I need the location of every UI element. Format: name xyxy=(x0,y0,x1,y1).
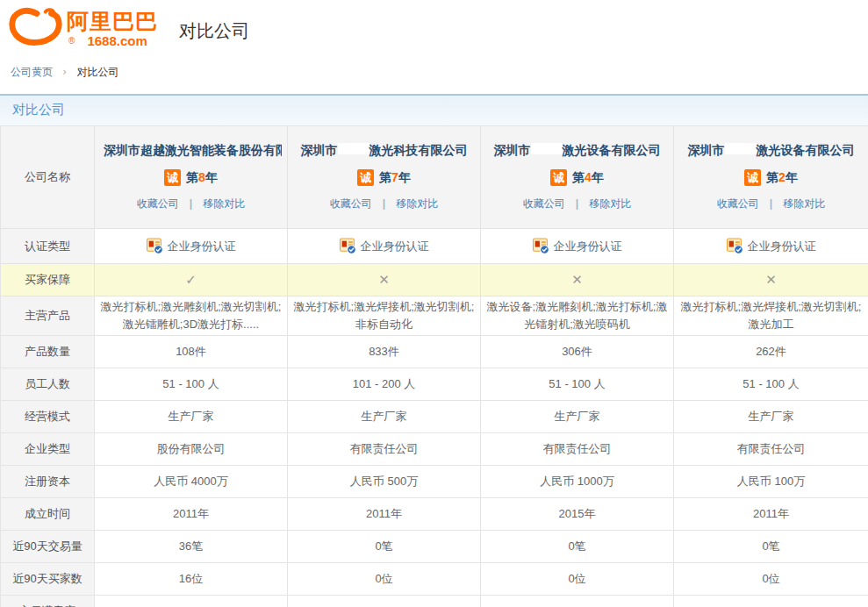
redaction-box xyxy=(725,143,757,154)
link-divider: | xyxy=(190,197,192,210)
section-title-bar: 对比公司 xyxy=(0,94,868,125)
row-label-company-name: 公司名称 xyxy=(1,126,95,229)
favorite-company-link[interactable]: 收藏公司 xyxy=(523,197,565,210)
remove-compare-link[interactable]: 移除对比 xyxy=(396,197,438,210)
link-divider: | xyxy=(383,197,385,210)
table-row-business-model: 经营模式 生产厂家 生产厂家 生产厂家 生产厂家 xyxy=(1,401,868,433)
table-row-registered-capital: 注册资本 人民币 4000万 人民币 500万 人民币 1000万 人民币 10… xyxy=(1,466,868,498)
company-header-cell: 深圳市激光科技有限公司 诚第7年 收藏公司|移除对比 xyxy=(288,126,481,229)
guarantee-cell: ✓ xyxy=(95,264,288,296)
company-type-cell: 有限责任公司 xyxy=(481,433,674,466)
satisfaction-rate-cell xyxy=(288,596,481,607)
company-header-cell: 深圳市激光设备有限公司 诚第2年 收藏公司|移除对比 xyxy=(674,126,868,229)
business-model-cell: 生产厂家 xyxy=(481,401,674,433)
product-count-cell: 306件 xyxy=(481,336,674,368)
main-products-cell: 激光设备;激光雕刻机;激光打标机;激光镭射机;激光喷码机 xyxy=(481,296,674,336)
remove-compare-link[interactable]: 移除对比 xyxy=(589,197,631,210)
satisfaction-rate-cell: 100% xyxy=(95,596,288,607)
buyers-90d-cell: 0位 xyxy=(288,563,481,596)
cert-cell: 企业身份认证 xyxy=(95,229,288,264)
redaction-box xyxy=(338,143,369,154)
table-row-founded-year: 成立时间 2011年 2011年 2015年 2011年 xyxy=(1,498,868,531)
page-title: 对比公司 xyxy=(179,19,249,43)
section-title: 对比公司 xyxy=(12,102,65,117)
guarantee-cell: ✕ xyxy=(674,264,868,296)
trades-90d-cell: 0笔 xyxy=(288,531,481,563)
breadcrumb: 公司黄页 › 对比公司 xyxy=(0,53,868,90)
employee-count-cell: 51 - 100 人 xyxy=(674,368,868,401)
business-model-cell: 生产厂家 xyxy=(674,401,868,433)
registered-capital-cell: 人民币 4000万 xyxy=(95,466,288,498)
table-row-cert-type: 认证类型 企业身份认证 企业身份认证 企业身份认证 企业身份认证 xyxy=(1,229,868,264)
table-row-satisfaction-rate: 交易满意率 100% 100% xyxy=(1,596,868,607)
cert-cell: 企业身份认证 xyxy=(481,229,674,264)
enterprise-cert-icon xyxy=(340,238,356,254)
row-label-company-type: 企业类型 xyxy=(1,433,95,466)
check-mark-icon: ✓ xyxy=(185,272,197,288)
link-divider: | xyxy=(576,197,578,210)
table-row-trades-90d: 近90天交易量 36笔 0笔 0笔 0笔 xyxy=(1,531,868,563)
row-label-cert-type: 认证类型 xyxy=(1,229,95,264)
table-row-product-count: 产品数量 108件 833件 306件 262件 xyxy=(1,336,868,368)
registered-capital-cell: 人民币 1000万 xyxy=(481,466,674,498)
row-label-business-model: 经营模式 xyxy=(1,401,95,433)
registered-capital-cell: 人民币 500万 xyxy=(288,466,481,498)
company-header-cell: 深圳市激光设备有限公司 诚第4年 收藏公司|移除对比 xyxy=(481,126,674,229)
cheng-badge-icon: 诚 xyxy=(357,169,374,186)
cert-label: 企业身份认证 xyxy=(748,239,816,254)
redaction-box xyxy=(531,143,563,154)
favorite-company-link[interactable]: 收藏公司 xyxy=(330,197,372,210)
enterprise-cert-icon xyxy=(147,238,163,254)
founded-year-cell: 2011年 xyxy=(288,498,481,531)
founded-year-cell: 2011年 xyxy=(674,498,868,531)
alibaba-1688-logo[interactable]: 阿里巴巴 ® 1688.com xyxy=(9,7,158,51)
company-name-link[interactable]: 深圳市激光科技有限公司 xyxy=(301,143,468,157)
business-model-cell: 生产厂家 xyxy=(288,401,481,433)
link-divider: | xyxy=(770,197,772,210)
company-header-cell: 深圳市超越激光智能装备股份有限... 诚第8年 收藏公司|移除对比 xyxy=(95,126,288,229)
favorite-company-link[interactable]: 收藏公司 xyxy=(717,197,759,210)
member-years: 第7年 xyxy=(379,170,411,186)
alibaba-smiley-icon xyxy=(9,7,63,51)
guarantee-cell: ✕ xyxy=(481,264,674,296)
logo-brand-name: 阿里巴巴 xyxy=(67,11,158,32)
breadcrumb-current: 对比公司 xyxy=(77,66,119,78)
cross-mark-icon: ✕ xyxy=(571,272,583,288)
remove-compare-link[interactable]: 移除对比 xyxy=(203,197,245,210)
row-label-buyer-guarantee: 买家保障 xyxy=(1,264,95,296)
satisfaction-rate-cell: 100% xyxy=(674,596,868,607)
company-name-link[interactable]: 深圳市超越激光智能装备股份有限... xyxy=(104,143,282,157)
employee-count-cell: 51 - 100 人 xyxy=(481,368,674,401)
cert-cell: 企业身份认证 xyxy=(674,229,868,264)
breadcrumb-home-link[interactable]: 公司黄页 xyxy=(11,66,53,78)
product-count-cell: 833件 xyxy=(288,336,481,368)
registered-capital-cell: 人民币 100万 xyxy=(674,466,868,498)
trades-90d-cell: 0笔 xyxy=(674,531,868,563)
company-type-cell: 股份有限公司 xyxy=(95,433,288,466)
row-label-registered-capital: 注册资本 xyxy=(1,466,95,498)
registered-trademark-symbol: ® xyxy=(68,37,75,46)
table-row-company-name: 公司名称 深圳市超越激光智能装备股份有限... 诚第8年 收藏公司|移除对比 深… xyxy=(1,126,868,229)
row-label-trades-90d: 近90天交易量 xyxy=(1,531,95,563)
buyers-90d-cell: 16位 xyxy=(95,563,288,596)
row-label-satisfaction-rate: 交易满意率 xyxy=(1,596,95,607)
company-name-link[interactable]: 深圳市激光设备有限公司 xyxy=(688,143,855,157)
satisfaction-rate-cell xyxy=(481,596,674,607)
row-label-buyers-90d: 近90天买家数 xyxy=(1,563,95,596)
member-years: 第4年 xyxy=(572,170,604,186)
trades-90d-cell: 0笔 xyxy=(481,531,674,563)
trades-90d-cell: 36笔 xyxy=(95,531,288,563)
remove-compare-link[interactable]: 移除对比 xyxy=(783,197,825,210)
table-row-company-type: 企业类型 股份有限公司 有限责任公司 有限责任公司 有限责任公司 xyxy=(1,433,868,466)
cert-label: 企业身份认证 xyxy=(168,239,236,254)
main-products-cell: 激光打标机;激光焊接机;激光切割机;激光加工 xyxy=(674,296,868,336)
buyers-90d-cell: 0位 xyxy=(481,563,674,596)
employee-count-cell: 51 - 100 人 xyxy=(95,368,288,401)
row-label-main-products: 主营产品 xyxy=(1,296,95,336)
favorite-company-link[interactable]: 收藏公司 xyxy=(137,197,179,210)
row-label-employee-count: 员工人数 xyxy=(1,368,95,401)
business-model-cell: 生产厂家 xyxy=(95,401,288,433)
main-products-cell: 激光打标机;激光焊接机;激光切割机;非标自动化 xyxy=(288,296,481,336)
product-count-cell: 108件 xyxy=(95,336,288,368)
company-name-link[interactable]: 深圳市激光设备有限公司 xyxy=(494,143,661,157)
